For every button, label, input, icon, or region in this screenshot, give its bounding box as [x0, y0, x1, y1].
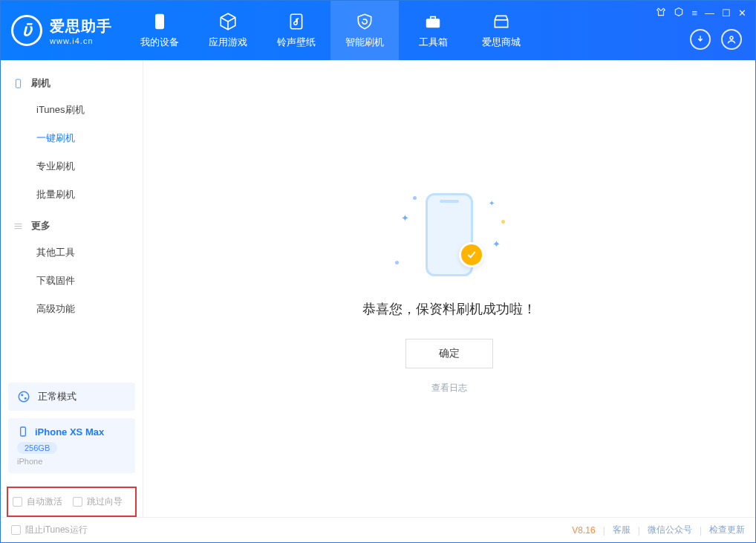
logo-icon: ῡ	[11, 15, 42, 46]
checkbox-icon	[11, 525, 21, 535]
tab-store[interactable]: 爱思商城	[467, 1, 535, 60]
success-message: 恭喜您，保资料刷机成功啦！	[362, 300, 536, 318]
footer: 阻止iTunes运行 V8.16 | 客服 | 微信公众号 | 检查更新	[1, 517, 755, 542]
svg-rect-5	[16, 79, 20, 87]
tab-smart-flash[interactable]: 智能刷机	[330, 1, 399, 60]
sidebar-item-onekey-flash[interactable]: 一键刷机	[1, 124, 143, 152]
mode-label: 正常模式	[38, 390, 76, 403]
success-illustration: ✦✦✦	[386, 183, 512, 287]
mode-card[interactable]: 正常模式	[8, 383, 135, 411]
tab-ringtones-wallpapers[interactable]: 铃声壁纸	[262, 1, 330, 60]
header: ῡ 爱思助手 www.i4.cn 我的设备 应用游戏 铃声壁纸 智能刷机	[1, 1, 755, 60]
refresh-shield-icon	[355, 12, 374, 31]
view-log-link[interactable]: 查看日志	[431, 382, 467, 394]
tab-apps-games[interactable]: 应用游戏	[194, 1, 262, 60]
device-name: iPhone XS Max	[35, 426, 104, 438]
close-button[interactable]: ✕	[738, 7, 746, 19]
check-badge-icon	[459, 242, 484, 267]
checkbox-auto-activate[interactable]: 自动激活	[13, 495, 62, 508]
app-url: www.i4.cn	[50, 36, 112, 45]
toolbox-icon	[423, 12, 443, 31]
minimize-button[interactable]: ―	[705, 7, 714, 19]
mode-icon	[17, 390, 30, 403]
phone-icon	[13, 78, 24, 89]
device-type: iPhone	[17, 457, 126, 466]
device-phone-icon	[17, 426, 29, 438]
svg-point-8	[25, 397, 27, 400]
checkbox-block-itunes[interactable]: 阻止iTunes运行	[11, 524, 88, 536]
store-icon	[492, 12, 511, 31]
list-icon	[13, 221, 24, 232]
svg-point-6	[19, 391, 29, 402]
sidebar-item-other-tools[interactable]: 其他工具	[1, 238, 143, 267]
sidebar-item-itunes-flash[interactable]: iTunes刷机	[1, 96, 143, 124]
sidebar-item-advanced[interactable]: 高级功能	[1, 295, 143, 323]
option-row-highlighted: 自动激活 跳过向导	[7, 487, 137, 517]
sidebar-group-more: 更多	[1, 213, 143, 238]
svg-point-7	[21, 394, 23, 396]
checkbox-icon	[73, 497, 82, 507]
tab-toolbox[interactable]: 工具箱	[399, 1, 467, 60]
sidebar-item-pro-flash[interactable]: 专业刷机	[1, 152, 143, 181]
app-name: 爱思助手	[50, 16, 112, 36]
device-icon	[150, 12, 169, 31]
svg-point-4	[730, 36, 733, 39]
window-controls: ≡ ― ☐ ✕	[656, 7, 746, 19]
sidebar-group-flash: 刷机	[1, 71, 143, 96]
svg-rect-3	[431, 17, 436, 19]
music-file-icon	[287, 12, 306, 31]
user-button[interactable]	[721, 29, 742, 50]
ok-button[interactable]: 确定	[405, 339, 493, 368]
tshirt-icon[interactable]	[656, 7, 666, 19]
checkbox-icon	[13, 497, 22, 507]
cube-small-icon[interactable]	[674, 7, 684, 19]
main-content: ✦✦✦ 恭喜您，保资料刷机成功啦！ 确定 查看日志	[143, 60, 755, 517]
version-label: V8.16	[572, 525, 595, 536]
footer-link-check-update[interactable]: 检查更新	[709, 524, 745, 536]
checkbox-skip-guide[interactable]: 跳过向导	[73, 495, 123, 508]
sidebar-item-batch-flash[interactable]: 批量刷机	[1, 181, 143, 209]
footer-link-wechat[interactable]: 微信公众号	[648, 524, 692, 536]
logo: ῡ 爱思助手 www.i4.cn	[1, 1, 126, 60]
device-card[interactable]: iPhone XS Max 256GB iPhone	[8, 418, 135, 473]
svg-rect-9	[21, 427, 26, 436]
maximize-button[interactable]: ☐	[722, 7, 731, 19]
download-button[interactable]	[690, 29, 711, 50]
header-tabs: 我的设备 应用游戏 铃声壁纸 智能刷机 工具箱 爱思商城	[126, 1, 535, 60]
tab-my-device[interactable]: 我的设备	[126, 1, 194, 60]
cube-icon	[218, 12, 238, 31]
svg-rect-0	[156, 14, 164, 29]
footer-link-support[interactable]: 客服	[613, 524, 630, 536]
body: 刷机 iTunes刷机 一键刷机 专业刷机 批量刷机 更多 其他工具 下载固件 …	[1, 60, 755, 517]
menu-icon[interactable]: ≡	[691, 7, 697, 19]
device-zone: 正常模式 iPhone XS Max 256GB iPhone	[1, 383, 143, 481]
app-window: ῡ 爱思助手 www.i4.cn 我的设备 应用游戏 铃声壁纸 智能刷机	[0, 0, 756, 543]
svg-rect-2	[426, 19, 439, 27]
device-storage: 256GB	[17, 442, 57, 454]
sidebar: 刷机 iTunes刷机 一键刷机 专业刷机 批量刷机 更多 其他工具 下载固件 …	[1, 60, 143, 517]
sidebar-item-download-firmware[interactable]: 下载固件	[1, 267, 143, 295]
header-actions	[690, 29, 742, 50]
